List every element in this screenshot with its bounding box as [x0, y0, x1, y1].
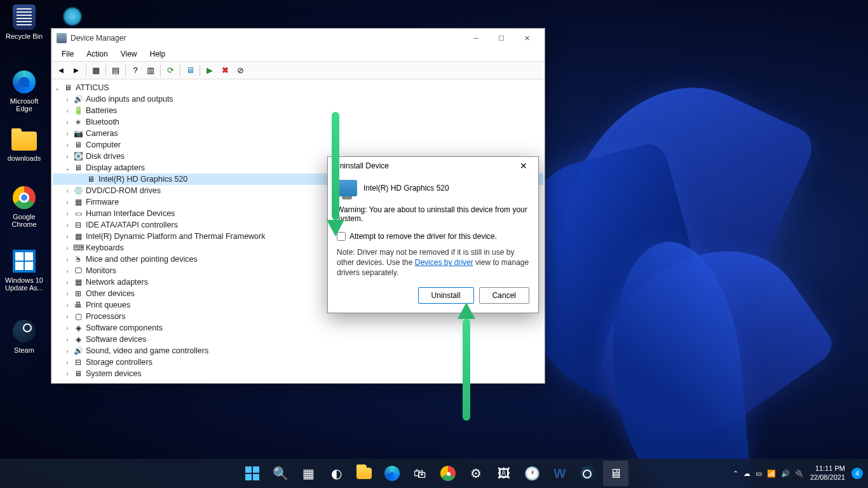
dialog-title: Uninstall Device — [334, 161, 389, 170]
desktop-icon-downloads[interactable]: downloads — [3, 126, 46, 162]
minimize-button[interactable]: ─ — [463, 29, 489, 47]
titlebar[interactable]: Device Manager ─ ☐ ✕ — [51, 29, 545, 48]
help-button[interactable]: ? — [128, 64, 142, 78]
desktop-icon-label: Microsoft Edge — [3, 97, 46, 112]
tree-node[interactable]: ›🔊Sound, video and game controllers — [53, 345, 543, 356]
close-button[interactable]: ✕ — [514, 29, 539, 47]
device-manager-taskbar-button[interactable]: 🖥 — [603, 461, 628, 486]
desktop-icon-update-assistant[interactable]: Windows 10 Update As... — [3, 248, 46, 292]
window-title: Device Manager — [71, 34, 126, 43]
dialog-note: Note: Driver may not be removed if it is… — [337, 247, 529, 278]
taskbar: 🔍 ▦ ◐ 🛍 ⚙ 🖼 🕐 W 🖥 ⌃ ☁ ▭ 📶 🔊 🔌 — [0, 459, 868, 488]
tree-node[interactable]: ›🔋Batteries — [53, 105, 543, 116]
clock-date: 22/08/2021 — [810, 473, 845, 482]
store-button[interactable]: 🛍 — [407, 461, 433, 486]
uninstall-device-dialog: Uninstall Device ✕ Intel(R) HD Graphics … — [327, 156, 539, 313]
steam-button[interactable] — [575, 461, 600, 486]
dialog-titlebar[interactable]: Uninstall Device ✕ — [328, 157, 538, 175]
app-shortcut-icon[interactable] — [60, 4, 85, 29]
tree-node[interactable]: ›⊟Storage controllers — [53, 356, 543, 368]
clock-time: 11:11 PM — [810, 464, 845, 473]
back-button[interactable]: ◄ — [54, 64, 68, 78]
checkbox-label: Attempt to remove the driver for this de… — [349, 232, 497, 241]
tree-node[interactable]: ›🖥System devices — [53, 368, 543, 379]
remove-driver-checkbox[interactable] — [337, 232, 346, 241]
menu-action[interactable]: Action — [80, 48, 114, 61]
menu-view[interactable]: View — [114, 48, 144, 61]
taskbar-center: 🔍 ▦ ◐ 🛍 ⚙ 🖼 🕐 W 🖥 — [240, 461, 628, 486]
enable-device-button[interactable]: ▶ — [203, 64, 217, 78]
update-driver-button[interactable]: 🖥 — [183, 64, 197, 78]
app-icon — [57, 33, 67, 43]
search-button[interactable]: 🔍 — [268, 461, 293, 486]
maximize-button[interactable]: ☐ — [489, 29, 514, 47]
menu-file[interactable]: File — [55, 48, 80, 61]
desktop-icon-label: Windows 10 Update As... — [3, 276, 46, 292]
tree-node[interactable]: ›🖥Computer — [53, 139, 543, 151]
tree-node[interactable]: ›🔊Audio inputs and outputs — [53, 93, 543, 105]
sheet-button[interactable]: ▥ — [144, 64, 158, 78]
file-explorer-button[interactable] — [351, 461, 377, 486]
task-view-button[interactable]: ▦ — [295, 461, 321, 486]
tree-node[interactable]: ›∗Bluetooth — [53, 116, 543, 128]
desktop-icon-steam[interactable]: Steam — [3, 318, 46, 354]
chevron-up-icon[interactable]: ⌃ — [733, 470, 738, 478]
menu-help[interactable]: Help — [144, 48, 172, 61]
widgets-button[interactable]: ◐ — [323, 461, 349, 486]
uninstall-button[interactable]: Uninstall — [418, 287, 474, 304]
desktop-icon-chrome[interactable]: Google Chrome — [3, 184, 46, 228]
desktop-icon-label: Recycle Bin — [3, 32, 46, 40]
monitor-icon — [337, 180, 357, 196]
start-button[interactable] — [240, 461, 265, 486]
remove-driver-checkbox-row[interactable]: Attempt to remove the driver for this de… — [337, 232, 529, 241]
clock-app-button[interactable]: 🕐 — [519, 461, 545, 486]
notification-badge[interactable]: 4 — [851, 468, 863, 479]
taskbar-clock[interactable]: 11:11 PM 22/08/2021 — [810, 464, 845, 482]
desktop-icon-label: Steam — [3, 346, 46, 354]
properties-button[interactable]: ▤ — [109, 64, 123, 78]
settings-button[interactable]: ⚙ — [463, 461, 489, 486]
desktop-icon-recycle-bin[interactable]: Recycle Bin — [3, 4, 46, 40]
cancel-button[interactable]: Cancel — [479, 287, 529, 304]
disable-device-button[interactable]: ⊘ — [233, 64, 247, 78]
dialog-warning-text: Warning: You are about to uninstall this… — [337, 205, 529, 223]
uninstall-device-button[interactable]: ✖ — [218, 64, 232, 78]
dialog-device-name: Intel(R) HD Graphics 520 — [363, 184, 449, 193]
menubar: File Action View Help — [51, 48, 545, 62]
photos-button[interactable]: 🖼 — [491, 461, 517, 486]
tree-node[interactable]: ›📷Cameras — [53, 128, 543, 139]
tree-node[interactable]: ›◈Software components — [53, 322, 543, 334]
dialog-close-button[interactable]: ✕ — [515, 158, 532, 174]
desktop-icon-label: downloads — [3, 154, 46, 162]
forward-button[interactable]: ► — [69, 64, 83, 78]
tree-node[interactable]: ›◈Software devices — [53, 334, 543, 345]
edge-button[interactable] — [379, 461, 405, 486]
desktop[interactable]: Recycle Bin Microsoft Edge downloads Goo… — [0, 0, 868, 488]
tree-root[interactable]: ⌄🖥ATTICUS — [53, 82, 543, 93]
taskbar-tray: ⌃ ☁ ▭ 📶 🔊 🔌 11:11 PM 22/08/2021 4 — [733, 464, 868, 482]
scan-hardware-button[interactable]: ⟳ — [163, 64, 177, 78]
onedrive-icon[interactable]: ☁ — [743, 470, 750, 478]
power-icon[interactable]: 🔌 — [795, 470, 804, 478]
devices-by-driver-link[interactable]: Devices by driver — [415, 258, 473, 267]
show-hide-tree-button[interactable]: ▦ — [89, 64, 103, 78]
desktop-icon-edge[interactable]: Microsoft Edge — [3, 69, 46, 112]
desktop-icon-label: Google Chrome — [3, 213, 46, 228]
battery-icon[interactable]: ▭ — [756, 470, 762, 478]
toolbar: ◄ ► ▦ ▤ ? ▥ ⟳ 🖥 ▶ ✖ ⊘ — [51, 62, 545, 79]
word-button[interactable]: W — [547, 461, 573, 486]
volume-icon[interactable]: 🔊 — [781, 470, 790, 478]
chrome-button[interactable] — [435, 461, 461, 486]
wifi-icon[interactable]: 📶 — [767, 470, 776, 478]
